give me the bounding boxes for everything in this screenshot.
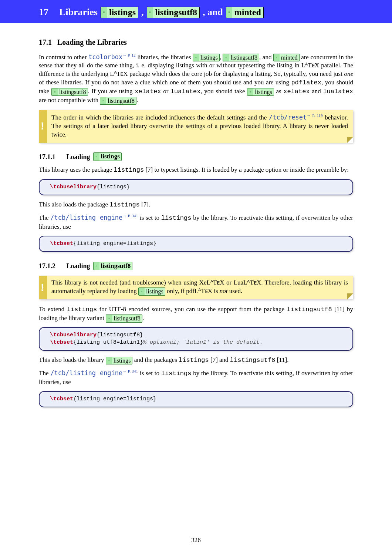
paragraph: The /tcb/listing engine→ P. 341 is set t… (39, 213, 353, 231)
code-box: \tcbuselibrary{listingsutf8} \tcbset{lis… (39, 327, 353, 351)
code-cmd: \tcbuselibrary (50, 332, 97, 338)
lib-icon: ≡ (52, 88, 58, 95)
content-body: 17.1 Loading the Libraries In contrast t… (39, 37, 353, 407)
fold-corner-icon (347, 293, 353, 299)
page-ref[interactable]: → P. 12 (122, 53, 136, 57)
listing-engine-link[interactable]: /tcb/listing engine (50, 369, 122, 377)
page-number: 326 (0, 536, 392, 544)
subsection-17.1: 17.1 Loading the Libraries (39, 37, 353, 47)
header-word-libraries: Libraries (59, 7, 98, 18)
tt-listings: listings (114, 166, 144, 174)
code-box: \tcbuselibrary{listings} (39, 179, 353, 195)
subsubsection-17.1.2: 17.1.2 Loading ≡listingsutf8 (39, 262, 353, 270)
code-cmd: \tcbset (50, 240, 73, 247)
code-cmd: \tcbset (50, 339, 73, 346)
paragraph: To extend listings for UTF-8 encoded sou… (39, 305, 353, 323)
tt-lualatex: lualatex (170, 88, 201, 95)
lib-badge-listingsutf8: ≡listingsutf8 (223, 54, 259, 61)
section-number: 17 (39, 7, 48, 18)
code-cmd: \tcbuselibrary (50, 184, 97, 190)
paragraph: This library uses the package listings [… (39, 166, 353, 175)
lib-icon: ≡ (101, 7, 107, 18)
code-comment: % optional; `latin1' is the default. (143, 339, 263, 346)
code-arg: {listing engine=listings} (73, 396, 156, 402)
lib-badge-listings: ≡listings (138, 287, 165, 295)
lib-badge-listingsutf8: ≡ listingsutf8 (147, 7, 200, 18)
lib-badge-listings: ≡ listings (101, 7, 138, 18)
lib-badge-listingsutf8: ≡listingsutf8 (100, 97, 136, 105)
code-box: \tcbset{listing engine=listings} (39, 391, 353, 407)
lib-badge-listings: ≡listings (193, 54, 220, 61)
tcolorbox-link[interactable]: tcolorbox (88, 53, 122, 60)
comma-and: , and (203, 7, 223, 18)
document-page: 17 Libraries ≡ listings , ≡ listingsutf8… (0, 0, 392, 555)
emph-not: not (220, 287, 228, 295)
code-box: \tcbset{listing engine=listings} (39, 236, 353, 252)
warning-box-order: ! The order in which the libraries are i… (39, 110, 353, 142)
paragraph: This also loads the package listings [7]… (39, 201, 353, 209)
code-arg: {listingsutf8} (97, 332, 143, 338)
code-cmd: \tcbset (50, 396, 73, 402)
lib-icon: ≡ (94, 262, 99, 270)
lib-icon: ≡ (247, 88, 253, 95)
lib-icon: ≡ (147, 7, 153, 18)
code-arg: {listing engine=listings} (73, 240, 156, 247)
lib-badge-listings: ≡listings (93, 152, 122, 161)
lib-badge-minted: ≡minted (273, 54, 300, 61)
lib-icon: ≡ (106, 357, 112, 364)
lib-icon: ≡ (223, 54, 229, 61)
tt-pdflatex: pdflatex (291, 79, 321, 86)
page-ref[interactable]: → P. 341 (122, 369, 138, 373)
lib-badge-minted: ≡ minted (226, 7, 264, 18)
lib-badge-listingsutf8: ≡listingsutf8 (51, 88, 88, 96)
lib-badge-listings: ≡listings (106, 357, 133, 364)
fold-corner-icon (347, 137, 353, 143)
lib-icon: ≡ (94, 153, 99, 161)
tcb-reset-link[interactable]: /tcb/reset (269, 114, 307, 121)
exclamation-icon: ! (41, 119, 44, 133)
subsubsection-17.1.1: 17.1.1 Loading ≡listings (39, 152, 353, 161)
comma: , (141, 7, 144, 18)
lib-badge-listings: ≡listings (247, 88, 274, 96)
lib-icon: ≡ (274, 54, 280, 61)
emph-one: one (344, 70, 353, 77)
warning-box-xelatex: ! This library is not needed (and troubl… (39, 276, 353, 299)
code-arg: {listing utf8=latin1} (73, 339, 143, 346)
lib-badge-listingsutf8: ≡listingsutf8 (93, 262, 133, 270)
lib-icon: ≡ (100, 97, 106, 104)
section-header: 17 Libraries ≡ listings , ≡ listingsutf8… (0, 0, 392, 23)
lib-icon: ≡ (226, 7, 232, 18)
page-ref[interactable]: → P. 341 (122, 213, 138, 218)
lib-badge-listingsutf8: ≡listingsutf8 (106, 314, 142, 322)
paragraph: The /tcb/listing engine→ P. 341 is set t… (39, 369, 353, 387)
paragraph: This also loads the library ≡listings an… (39, 356, 353, 365)
page-ref[interactable]: → P. 119 (307, 113, 322, 118)
listing-engine-link[interactable]: /tcb/listing engine (50, 214, 122, 221)
paragraph-intro: In contrast to other tcolorbox→ P. 12 li… (39, 53, 353, 105)
tt-xelatex: xelatex (135, 88, 161, 95)
code-arg: {listings} (97, 184, 130, 190)
lib-icon: ≡ (193, 54, 199, 61)
lib-icon: ≡ (106, 315, 112, 322)
exclamation-icon: ! (41, 280, 44, 295)
lib-icon: ≡ (139, 288, 145, 295)
